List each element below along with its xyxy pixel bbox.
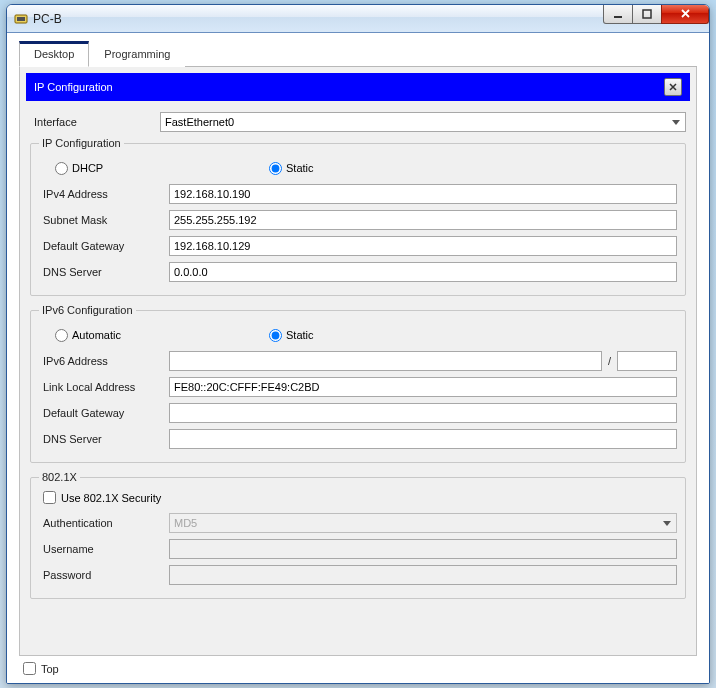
panel-header: IP Configuration: [26, 73, 690, 101]
minimize-button[interactable]: [603, 4, 633, 24]
ipv6-fieldset: IPv6 Configuration Automatic Static IPv6…: [30, 304, 686, 463]
footer: Top: [19, 656, 697, 679]
use-8021x-label: Use 802.1X Security: [61, 492, 161, 504]
ipv6-static-label: Static: [286, 329, 314, 341]
ipv4-gateway-input[interactable]: [169, 236, 677, 256]
svg-rect-2: [614, 16, 622, 18]
subnet-mask-label: Subnet Mask: [39, 214, 169, 226]
titlebar[interactable]: PC-B: [7, 5, 709, 33]
ipv4-address-label: IPv4 Address: [39, 188, 169, 200]
ipv6-dns-label: DNS Server: [39, 433, 169, 445]
panel-close-button[interactable]: [664, 78, 682, 96]
maximize-button[interactable]: [632, 4, 662, 24]
password-input[interactable]: [169, 565, 677, 585]
ipv6-static-radio[interactable]: [269, 329, 282, 342]
ipv6-gateway-label: Default Gateway: [39, 407, 169, 419]
linklocal-label: Link Local Address: [39, 381, 169, 393]
ipv4-address-input[interactable]: [169, 184, 677, 204]
ipv4-dns-label: DNS Server: [39, 266, 169, 278]
ipv6-gateway-input[interactable]: [169, 403, 677, 423]
ipv6-address-label: IPv6 Address: [39, 355, 169, 367]
top-checkbox[interactable]: [23, 662, 36, 675]
password-label: Password: [39, 569, 169, 581]
tab-desktop[interactable]: Desktop: [19, 41, 89, 67]
ipv6-mode-row: Automatic Static: [39, 324, 677, 346]
ipv6-legend: IPv6 Configuration: [39, 304, 136, 316]
top-label: Top: [41, 663, 59, 675]
auth-label: Authentication: [39, 517, 169, 529]
ipv4-static-label: Static: [286, 162, 314, 174]
window-controls: [604, 4, 709, 24]
ipv4-mode-row: DHCP Static: [39, 157, 677, 179]
use-8021x-checkbox[interactable]: [43, 491, 56, 504]
auth-select[interactable]: MD5: [169, 513, 677, 533]
app-window: PC-B Desktop Programming IP Configuratio…: [6, 4, 710, 684]
close-button[interactable]: [661, 4, 709, 24]
ipv4-static-radio[interactable]: [269, 162, 282, 175]
ipv6-auto-label: Automatic: [72, 329, 121, 341]
dot1x-fieldset: 802.1X Use 802.1X Security Authenticatio…: [30, 471, 686, 599]
ipv4-legend: IP Configuration: [39, 137, 124, 149]
ipv4-fieldset: IP Configuration DHCP Static IPv4 Addres…: [30, 137, 686, 296]
ipv4-gateway-label: Default Gateway: [39, 240, 169, 252]
interface-select[interactable]: FastEthernet0: [160, 112, 686, 132]
app-icon: [13, 11, 29, 27]
ipv4-dhcp-radio[interactable]: [55, 162, 68, 175]
tab-content: IP Configuration Interface FastEthernet0: [19, 67, 697, 656]
ipv4-dns-input[interactable]: [169, 262, 677, 282]
svg-rect-3: [643, 10, 651, 18]
ipv6-auto-radio[interactable]: [55, 329, 68, 342]
panel-body: Interface FastEthernet0 IP Configuration: [26, 101, 690, 613]
tab-programming[interactable]: Programming: [89, 41, 185, 67]
panel-title: IP Configuration: [34, 81, 113, 93]
subnet-mask-input[interactable]: [169, 210, 677, 230]
window-title: PC-B: [33, 12, 62, 26]
interface-label: Interface: [30, 116, 160, 128]
ipv4-dhcp-label: DHCP: [72, 162, 103, 174]
ipv6-prefix-slash: /: [602, 355, 617, 367]
tabs: Desktop Programming: [19, 41, 697, 67]
ipv6-prefix-input[interactable]: [617, 351, 677, 371]
window-body: Desktop Programming IP Configuration Int…: [7, 33, 709, 683]
ipv6-dns-input[interactable]: [169, 429, 677, 449]
username-input[interactable]: [169, 539, 677, 559]
ipv6-address-input[interactable]: [169, 351, 602, 371]
dot1x-legend: 802.1X: [39, 471, 80, 483]
linklocal-input[interactable]: [169, 377, 677, 397]
username-label: Username: [39, 543, 169, 555]
interface-row: Interface FastEthernet0: [30, 111, 686, 133]
svg-rect-1: [17, 17, 25, 21]
